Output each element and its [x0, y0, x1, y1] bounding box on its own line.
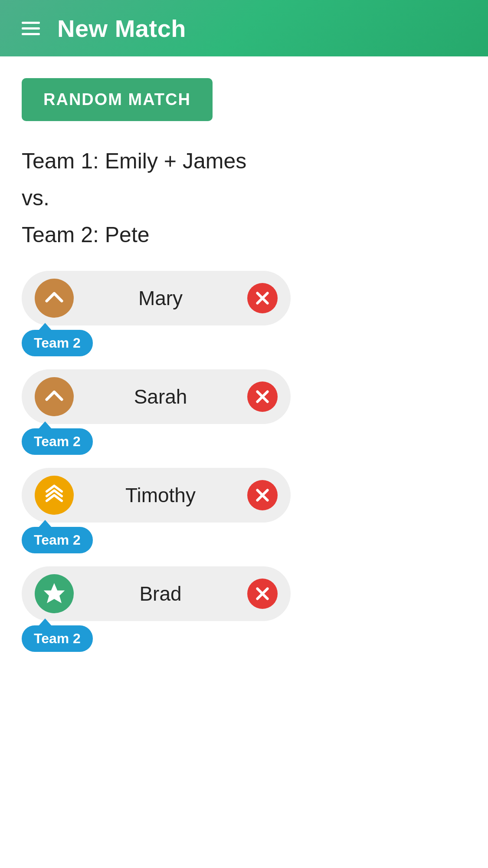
player-card: Mary — [22, 271, 291, 326]
player-name: Sarah — [74, 385, 247, 408]
team-badge[interactable]: Team 2 — [22, 428, 93, 455]
team-badge[interactable]: Team 2 — [22, 625, 93, 652]
player-list: Mary Team 2 Sarah Team 2 Timothy Team 2 … — [22, 271, 466, 661]
player-card: Timothy — [22, 468, 291, 523]
player-avatar — [35, 377, 74, 416]
player-card-wrapper: Sarah Team 2 — [22, 369, 466, 464]
random-match-button[interactable]: RANDOM MATCH — [22, 78, 213, 121]
player-card-wrapper: Brad Team 2 — [22, 566, 466, 661]
app-header: New Match — [0, 0, 488, 56]
remove-player-button[interactable] — [247, 381, 278, 412]
team-badge[interactable]: Team 2 — [22, 330, 93, 356]
remove-player-button[interactable] — [247, 579, 278, 609]
player-name: Mary — [74, 286, 247, 310]
page-title: New Match — [57, 14, 186, 43]
vs-label: vs. — [22, 184, 466, 212]
remove-player-button[interactable] — [247, 283, 278, 313]
player-card: Brad — [22, 566, 291, 621]
main-content: RANDOM MATCH Team 1: Emily + James vs. T… — [0, 56, 488, 687]
match-info: Team 1: Emily + James vs. Team 2: Pete — [22, 147, 466, 249]
team1-info: Team 1: Emily + James — [22, 147, 466, 175]
player-name: Timothy — [74, 483, 247, 507]
remove-player-button[interactable] — [247, 480, 278, 510]
player-card-wrapper: Timothy Team 2 — [22, 468, 466, 562]
team-badge[interactable]: Team 2 — [22, 527, 93, 553]
player-card: Sarah — [22, 369, 291, 424]
player-avatar — [35, 476, 74, 515]
team2-info: Team 2: Pete — [22, 221, 466, 249]
menu-button[interactable] — [22, 22, 40, 35]
svg-marker-6 — [45, 584, 63, 602]
player-avatar — [35, 574, 74, 613]
player-avatar — [35, 279, 74, 318]
player-name: Brad — [74, 582, 247, 605]
player-card-wrapper: Mary Team 2 — [22, 271, 466, 365]
